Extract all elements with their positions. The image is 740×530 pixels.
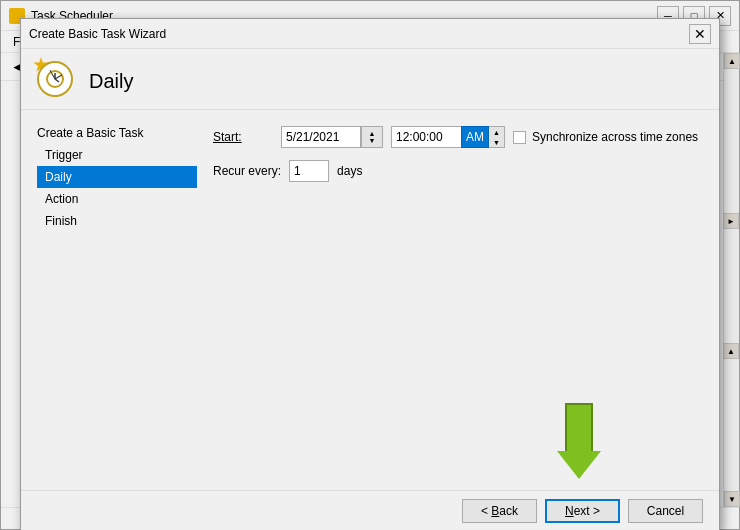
modal-footer: < Back Next > Cancel <box>21 490 719 530</box>
modal-header: Daily <box>21 49 719 110</box>
ampm-selector[interactable]: AM <box>461 126 489 148</box>
arrow-shaft <box>565 403 593 453</box>
back-label: < Back <box>481 504 518 518</box>
ampm-value: AM <box>466 130 484 144</box>
arrow-head <box>557 451 601 479</box>
sync-label: Synchronize across time zones <box>532 130 698 144</box>
header-icon <box>37 61 77 101</box>
time-field-group: AM ▲ ▼ <box>391 126 505 148</box>
cancel-button[interactable]: Cancel <box>628 499 703 523</box>
modal-nav: Create a Basic Task Trigger Daily Action… <box>37 126 197 474</box>
sync-checkbox[interactable] <box>513 131 526 144</box>
create-task-dialog: Create Basic Task Wizard ✕ Daily <box>20 18 720 530</box>
time-down-button[interactable]: ▼ <box>489 137 504 147</box>
next-label: Next > <box>565 504 600 518</box>
time-up-button[interactable]: ▲ <box>489 127 504 137</box>
time-spinner[interactable]: ▲ ▼ <box>489 126 505 148</box>
next-button[interactable]: Next > <box>545 499 620 523</box>
start-time-input[interactable] <box>391 126 461 148</box>
cancel-label: Cancel <box>647 504 684 518</box>
modal-header-title: Daily <box>89 70 133 93</box>
date-picker-button[interactable]: ▲ ▼ <box>361 126 383 148</box>
start-row: Start: ▲ ▼ AM <box>213 126 703 148</box>
recur-label: Recur every: <box>213 164 281 178</box>
sidebar-item-finish[interactable]: Finish <box>37 210 197 232</box>
date-field-group: ▲ ▼ <box>281 126 383 148</box>
close-icon: ✕ <box>694 26 706 42</box>
back-underline-char: B <box>491 504 499 518</box>
recur-row: Recur every: days <box>213 160 703 182</box>
modal-overlay: Create Basic Task Wizard ✕ Daily <box>0 0 740 530</box>
modal-form-content: Start: ▲ ▼ AM <box>213 126 703 474</box>
sidebar-item-trigger[interactable]: Trigger <box>37 144 197 166</box>
start-label: Start: <box>213 130 273 144</box>
days-label: days <box>337 164 362 178</box>
green-arrow <box>557 403 601 479</box>
sync-checkbox-group: Synchronize across time zones <box>513 130 698 144</box>
start-date-input[interactable] <box>281 126 361 148</box>
recur-value-input[interactable] <box>289 160 329 182</box>
modal-body: Create a Basic Task Trigger Daily Action… <box>21 110 719 490</box>
modal-close-button[interactable]: ✕ <box>689 24 711 44</box>
nav-create-label: Create a Basic Task <box>37 126 197 144</box>
sidebar-item-daily[interactable]: Daily <box>37 166 197 188</box>
sidebar-item-action[interactable]: Action <box>37 188 197 210</box>
modal-title: Create Basic Task Wizard <box>29 27 689 41</box>
back-button[interactable]: < Back <box>462 499 537 523</box>
clock-icon <box>37 61 73 97</box>
next-underline-char: N <box>565 504 574 518</box>
modal-titlebar: Create Basic Task Wizard ✕ <box>21 19 719 49</box>
